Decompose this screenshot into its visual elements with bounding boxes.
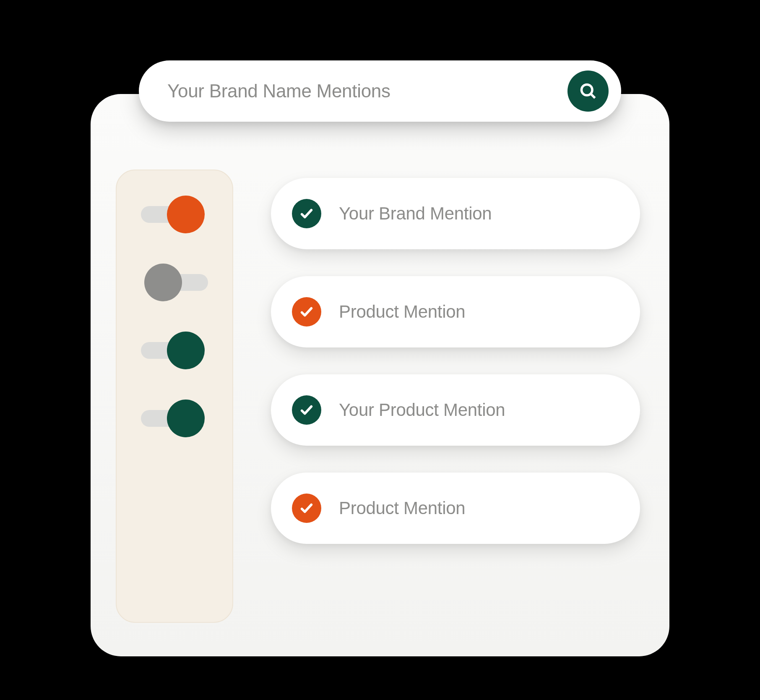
filter-panel — [116, 170, 233, 623]
check-icon — [299, 501, 314, 515]
check-badge — [292, 199, 321, 228]
mention-label: Product Mention — [339, 498, 465, 518]
mention-label: Product Mention — [339, 302, 465, 322]
svg-line-1 — [591, 94, 595, 98]
check-icon — [299, 305, 314, 319]
mention-item[interactable]: Your Brand Mention — [271, 178, 640, 249]
mention-item[interactable]: Product Mention — [271, 473, 640, 544]
filter-toggle-3[interactable] — [144, 332, 205, 369]
mention-item[interactable]: Your Product Mention — [271, 374, 640, 446]
mention-label: Your Product Mention — [339, 400, 505, 420]
filter-toggle-2[interactable] — [144, 264, 205, 301]
check-badge — [292, 395, 321, 425]
svg-point-0 — [581, 84, 592, 95]
check-icon — [299, 206, 314, 221]
check-badge — [292, 494, 321, 523]
toggle-knob — [144, 264, 182, 301]
mention-label: Your Brand Mention — [339, 204, 492, 224]
search-input[interactable]: Your Brand Name Mentions — [167, 81, 567, 102]
mention-item[interactable]: Product Mention — [271, 276, 640, 347]
filter-toggle-4[interactable] — [144, 400, 205, 437]
check-badge — [292, 297, 321, 326]
search-icon — [579, 82, 597, 100]
mention-list: Your Brand Mention Product Mention Your … — [271, 178, 640, 544]
filter-toggle-1[interactable] — [144, 196, 205, 233]
toggle-knob — [167, 196, 205, 233]
search-bar[interactable]: Your Brand Name Mentions — [139, 60, 621, 122]
toggle-knob — [167, 400, 205, 437]
toggle-knob — [167, 332, 205, 369]
card-canvas: Your Brand Name Mentions — [74, 35, 686, 665]
check-icon — [299, 403, 314, 417]
search-button[interactable] — [567, 71, 609, 112]
